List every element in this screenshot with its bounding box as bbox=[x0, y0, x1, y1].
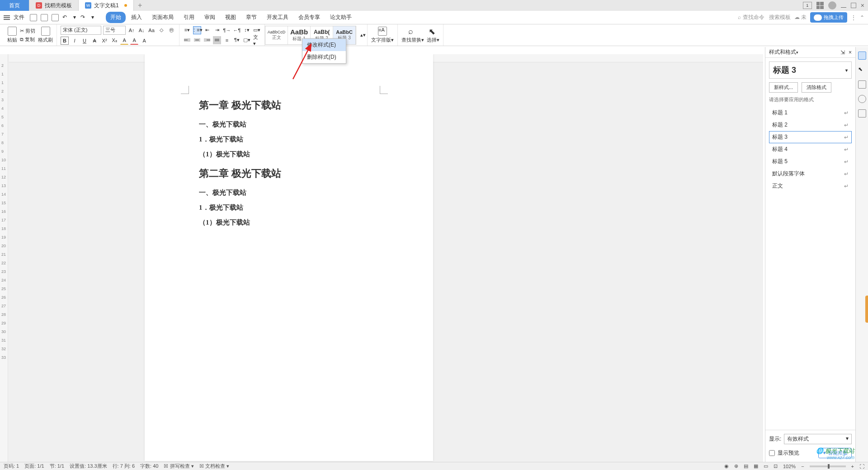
cut-button[interactable]: ✂ 剪切 bbox=[20, 28, 35, 34]
font-name-input[interactable]: 宋体 (正文) bbox=[61, 26, 101, 35]
decrease-indent-button[interactable]: ⇤ bbox=[203, 26, 211, 34]
quick-access-toolbar: ↶ ▾ ↷ ▾ bbox=[30, 14, 95, 21]
italic-button[interactable]: I bbox=[71, 37, 79, 45]
circle-text-icon[interactable]: ㊕ bbox=[167, 26, 175, 34]
paste-button[interactable]: 粘贴 bbox=[7, 27, 17, 43]
redo-icon[interactable]: ↷ bbox=[80, 14, 88, 21]
search-template[interactable]: 搜索模板 bbox=[769, 14, 791, 21]
cursor-icon: ⬉ bbox=[429, 27, 438, 36]
align-left-button[interactable] bbox=[183, 36, 191, 44]
distribute-button[interactable]: ≡ bbox=[223, 36, 231, 44]
paragraph-spacing-button[interactable]: ¶▾ bbox=[233, 36, 241, 44]
minimize-button[interactable] bbox=[841, 7, 846, 8]
bullets-button[interactable]: ≡▾ bbox=[183, 26, 191, 34]
search-icon: ⌕ bbox=[738, 14, 741, 20]
tab-references[interactable]: 引用 bbox=[179, 12, 199, 23]
change-case-icon[interactable]: Aa bbox=[147, 26, 156, 34]
layout-mode-icon[interactable]: 1 bbox=[803, 2, 812, 9]
underline-button[interactable]: U bbox=[80, 37, 89, 45]
search-command[interactable]: ⌕ 查找命令 bbox=[738, 14, 764, 21]
text-layout-icon: ≡A bbox=[378, 27, 387, 36]
copy-button[interactable]: ⧉ 复制 bbox=[20, 36, 35, 43]
strikethrough-button[interactable]: A bbox=[90, 37, 99, 45]
tab-devtools[interactable]: 开发工具 bbox=[262, 12, 293, 23]
tab-start[interactable]: 开始 bbox=[106, 12, 126, 23]
save-icon[interactable] bbox=[30, 14, 37, 21]
tab-pagelayout[interactable]: 页面布局 bbox=[147, 12, 178, 23]
border-button[interactable]: ▭▾ bbox=[253, 26, 261, 34]
select-button[interactable]: ⬉ 选择▾ bbox=[427, 27, 439, 43]
find-replace-button[interactable]: ⌕ 查找替换▾ bbox=[401, 27, 424, 43]
menu-modify-style[interactable]: 修改样式(E) bbox=[302, 39, 346, 46]
font-size-input[interactable]: 三号 bbox=[103, 26, 126, 35]
increase-indent-button[interactable]: ⇥ bbox=[213, 26, 221, 34]
collapse-ribbon-icon[interactable]: ⌃ bbox=[860, 14, 864, 21]
modified-dot-icon bbox=[124, 4, 127, 7]
bold-button[interactable]: B bbox=[61, 37, 69, 45]
text-layout-button[interactable]: ≡A 文字排版▾ bbox=[371, 27, 394, 43]
style-gallery-more[interactable]: ▴▾ bbox=[359, 31, 367, 39]
tab-add-button[interactable]: + bbox=[134, 1, 146, 9]
undo-dropdown-icon[interactable]: ▾ bbox=[73, 14, 77, 21]
tab-thesis[interactable]: 论文助手 bbox=[326, 12, 356, 23]
search-icon: ⌕ bbox=[408, 27, 417, 36]
daoketpl-icon: D bbox=[36, 2, 42, 9]
more-menu-icon[interactable]: ⋮ bbox=[851, 14, 856, 21]
word-doc-icon: W bbox=[85, 2, 91, 9]
tab-daoketemplates[interactable]: D 找稻壳模板 bbox=[29, 0, 79, 11]
decrease-font-icon[interactable]: A↓ bbox=[137, 26, 146, 34]
menubar: 文件 ↶ ▾ ↷ ▾ 开始 插入 页面布局 引用 审阅 视图 章节 开发工具 会… bbox=[0, 11, 868, 24]
ltr-button[interactable]: ¶→ bbox=[223, 26, 231, 34]
paste-icon bbox=[8, 27, 17, 36]
cloud-icon bbox=[814, 14, 822, 21]
titlebar: 首页 D 找稻壳模板 W 文字文稿1 + 1 × bbox=[0, 0, 868, 11]
style-item-body[interactable]: AaBbCcD正文 bbox=[265, 26, 288, 44]
rtl-button[interactable]: ←¶ bbox=[233, 26, 241, 34]
maximize-button[interactable] bbox=[851, 3, 856, 8]
tab-review[interactable]: 审阅 bbox=[200, 12, 220, 23]
style-context-menu: 修改样式(E) 删除样式(D) bbox=[302, 38, 346, 46]
tab-chapters[interactable]: 章节 bbox=[241, 12, 261, 23]
user-avatar-icon[interactable] bbox=[828, 1, 836, 9]
line-spacing-button[interactable]: ↕▾ bbox=[243, 26, 251, 34]
superscript-button[interactable]: X² bbox=[100, 37, 108, 45]
cloud-sync-icon[interactable]: ☁ 未 bbox=[794, 14, 807, 21]
subscript-button[interactable]: X₂ bbox=[110, 37, 118, 45]
print-preview-icon[interactable] bbox=[52, 14, 59, 21]
align-justify-button[interactable] bbox=[213, 36, 221, 44]
app-grid-icon[interactable] bbox=[816, 2, 824, 9]
hamburger-icon[interactable] bbox=[4, 15, 10, 20]
tab-member[interactable]: 会员专享 bbox=[294, 12, 325, 23]
redo-dropdown-icon[interactable]: ▾ bbox=[91, 14, 95, 21]
format-painter-icon bbox=[41, 27, 50, 36]
numbering-button[interactable]: ⋮≡▾ bbox=[193, 26, 201, 34]
fill-color-button[interactable]: ▢▾ bbox=[243, 36, 251, 44]
upload-button[interactable]: 拖拽上传 bbox=[810, 12, 847, 23]
format-painter-button[interactable]: 格式刷 bbox=[38, 27, 53, 43]
ribbon: 粘贴 ✂ 剪切 ⧉ 复制 格式刷 宋体 (正文) 三号 A↑ A↓ Aa ◇ ㊕… bbox=[0, 24, 868, 46]
text-direction-button[interactable]: 文▾ bbox=[253, 36, 261, 44]
clear-format-icon[interactable]: ◇ bbox=[157, 26, 165, 34]
file-menu[interactable]: 文件 bbox=[14, 14, 24, 21]
tab-home[interactable]: 首页 bbox=[0, 0, 29, 11]
menu-tabs: 开始 插入 页面布局 引用 审阅 视图 章节 开发工具 会员专享 论文助手 bbox=[106, 12, 356, 23]
tab-insert[interactable]: 插入 bbox=[127, 12, 146, 23]
undo-icon[interactable]: ↶ bbox=[62, 14, 70, 21]
highlight-button[interactable]: A bbox=[130, 37, 138, 45]
font-color-button[interactable]: A bbox=[120, 37, 128, 45]
print-icon[interactable] bbox=[41, 14, 48, 21]
align-right-button[interactable] bbox=[203, 36, 211, 44]
increase-font-icon[interactable]: A↑ bbox=[127, 26, 136, 34]
close-window-button[interactable]: × bbox=[861, 2, 864, 9]
tab-view[interactable]: 视图 bbox=[221, 12, 241, 23]
align-center-button[interactable] bbox=[193, 36, 201, 44]
tab-document[interactable]: W 文字文稿1 bbox=[79, 0, 134, 11]
shading-button[interactable]: A bbox=[140, 37, 148, 45]
